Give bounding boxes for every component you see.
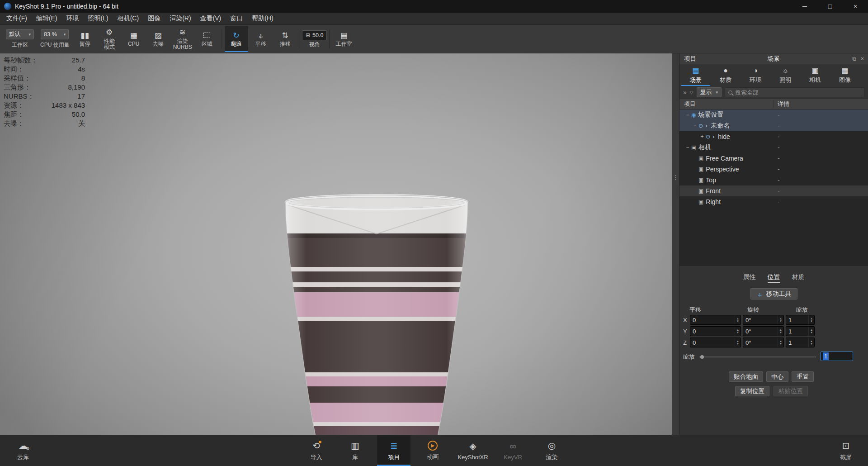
menu-item[interactable]: 渲染(R) — [165, 13, 195, 24]
tab-environment[interactable]: ◑环境 — [741, 64, 770, 86]
toolbar-region-button[interactable]: 区域 — [195, 26, 219, 52]
menu-item[interactable]: 环境 — [62, 13, 84, 24]
search-box[interactable] — [725, 87, 864, 97]
spinner-buttons[interactable]: ▴▾ — [778, 327, 783, 336]
transform-x-scale-input[interactable]: 1▴▾ — [786, 315, 815, 325]
toolbar-dolly-button[interactable]: ⇅推移 — [274, 26, 297, 52]
undock-panel-icon[interactable]: ⧉ — [852, 56, 856, 62]
transform-y-translate-input[interactable]: 0▴▾ — [690, 326, 741, 336]
tree-row[interactable]: ▣Front- — [679, 185, 868, 196]
tab-material[interactable]: ●材质 — [711, 64, 740, 86]
scale-slider-handle[interactable] — [700, 355, 704, 359]
spinner-buttons[interactable]: ▴▾ — [808, 338, 814, 347]
tree-row[interactable]: ▣Top- — [679, 175, 868, 185]
bottombar-project[interactable]: ≣项目 — [377, 435, 410, 466]
spinner-buttons[interactable]: ▴▾ — [735, 315, 741, 324]
spinner-down-icon[interactable]: ▾ — [780, 320, 782, 323]
tree-row[interactable]: −⊙◐未命名- — [679, 120, 868, 131]
scale-input[interactable]: 1 — [821, 352, 853, 361]
toolbar-render-nurbs-button[interactable]: ≋渲染 NURBS — [171, 26, 194, 52]
minimize-button[interactable]: ─ — [792, 0, 817, 13]
subtab-attributes[interactable]: 属性 — [743, 273, 756, 283]
spinner-buttons[interactable]: ▴▾ — [808, 327, 814, 336]
toolbar-performance-mode-button[interactable]: ⚙性能 模式 — [98, 26, 121, 52]
tab-image[interactable]: ▦图像 — [830, 64, 859, 86]
transform-y-rotate-input[interactable]: 0°▴▾ — [743, 326, 784, 336]
bottombar-import[interactable]: ⟲导入 — [299, 435, 333, 466]
toolbar-pan-button[interactable]: ↔↕平移 — [249, 26, 273, 52]
toolbar-fov-button[interactable]: ⊞50.0视角 — [303, 26, 326, 52]
menu-item[interactable]: 文件(F) — [2, 13, 32, 24]
bottombar-screenshot[interactable]: ⊡截屏 — [829, 435, 863, 466]
spinner-down-icon[interactable]: ▾ — [737, 320, 739, 323]
toolbar-pause-button[interactable]: ▮▮暂停 — [73, 26, 97, 52]
menu-item[interactable]: 帮助(H) — [247, 13, 278, 24]
expander-icon[interactable]: − — [684, 112, 691, 118]
toolbar-cpu-button[interactable]: ▦CPU — [122, 26, 146, 52]
maximize-button[interactable]: □ — [817, 0, 843, 13]
subtab-material[interactable]: 材质 — [792, 273, 805, 283]
reset-button[interactable]: 重置 — [792, 371, 814, 382]
expander-icon[interactable]: − — [684, 144, 691, 151]
cpu-usage-dropdown[interactable]: 83 % ▾ — [41, 29, 69, 39]
tab-lighting[interactable]: ☼照明 — [771, 64, 800, 86]
bottombar-keyshotxr[interactable]: ◈KeyShotXR — [455, 435, 491, 466]
expander-icon[interactable]: − — [691, 123, 698, 129]
close-panel-icon[interactable]: × — [861, 56, 864, 62]
toolbar-tumble-button[interactable]: ↻翻滚 — [225, 26, 248, 52]
spinner-buttons[interactable]: ▴▾ — [778, 338, 783, 347]
spinner-buttons[interactable]: ▴▾ — [735, 338, 741, 347]
tree-row[interactable]: −▣相机- — [679, 142, 868, 153]
move-tool-button[interactable]: ↔↕ 移动工具 — [750, 288, 797, 300]
workspace-dropdown[interactable]: 默认 ▾ — [6, 29, 34, 39]
tab-scene[interactable]: ▤场景 — [681, 64, 710, 86]
spinner-buttons[interactable]: ▴▾ — [808, 315, 814, 324]
transform-z-translate-input[interactable]: 0▴▾ — [690, 338, 741, 347]
scale-slider-track[interactable] — [699, 357, 816, 357]
spinner-down-icon[interactable]: ▾ — [811, 320, 812, 323]
tree-row[interactable]: −◉场景设置- — [679, 109, 868, 120]
tree-row[interactable]: ▣Perspective- — [679, 164, 868, 175]
collapse-all-icon[interactable]: » — [683, 89, 687, 96]
toolbar-studio-button[interactable]: ▤工作室 — [332, 26, 356, 52]
transform-x-translate-input[interactable]: 0▴▾ — [690, 315, 741, 325]
spinner-down-icon[interactable]: ▾ — [780, 331, 782, 334]
center-button[interactable]: 中心 — [766, 371, 788, 382]
menu-item[interactable]: 相机(C) — [113, 13, 143, 24]
bottombar-library[interactable]: ▥库 — [338, 435, 372, 466]
transform-z-scale-input[interactable]: 1▴▾ — [786, 338, 815, 347]
transform-x-rotate-input[interactable]: 0°▴▾ — [743, 315, 784, 325]
transform-y-scale-input[interactable]: 1▴▾ — [786, 326, 815, 336]
tree-row[interactable]: ▣Right- — [679, 196, 868, 207]
bottombar-animation[interactable]: ▶动画 — [416, 435, 449, 466]
spinner-down-icon[interactable]: ▾ — [811, 331, 812, 334]
tree-row[interactable]: +⊙◐hide- — [679, 131, 868, 142]
snap-to-ground-button[interactable]: 贴合地面 — [729, 371, 763, 382]
spinner-down-icon[interactable]: ▾ — [737, 331, 739, 334]
spinner-down-icon[interactable]: ▾ — [737, 342, 739, 345]
spinner-down-icon[interactable]: ▾ — [811, 342, 812, 345]
menu-item[interactable]: 查看(V) — [196, 13, 226, 24]
menu-item[interactable]: 图像 — [143, 13, 165, 24]
spinner-buttons[interactable]: ▴▾ — [778, 315, 783, 324]
toolbar-denoise-button[interactable]: ▨去噪 — [146, 26, 170, 52]
splitter-handle-icon[interactable]: ⋮ — [672, 174, 679, 181]
toolbar-fov-value[interactable]: ⊞50.0 — [302, 30, 327, 40]
tree-row[interactable]: ▣Free Camera- — [679, 153, 868, 164]
viewport-3d[interactable]: 每秒帧数：25.7时间：4s采样值：8三角形：8,190NURBS：17资源：1… — [0, 53, 672, 435]
menu-item[interactable]: 窗口 — [226, 13, 247, 24]
panel-splitter[interactable]: ⋮ — [672, 53, 679, 435]
menu-item[interactable]: 编辑(E) — [32, 13, 62, 24]
spinner-down-icon[interactable]: ▾ — [780, 342, 782, 345]
eye-icon[interactable]: ⊙ — [698, 123, 703, 129]
transform-z-rotate-input[interactable]: 0°▴▾ — [743, 338, 784, 347]
spinner-buttons[interactable]: ▴▾ — [735, 327, 741, 336]
eye-icon[interactable]: ⊙ — [706, 133, 710, 140]
search-input[interactable] — [735, 89, 861, 96]
bottombar-keyvr[interactable]: ∞KeyVR — [496, 435, 530, 466]
expander-icon[interactable]: + — [698, 133, 706, 140]
bottombar-render[interactable]: ◎渲染 — [535, 435, 569, 466]
display-dropdown[interactable]: 显示 ▾ — [697, 87, 722, 97]
tab-camera[interactable]: ▣相机 — [801, 64, 830, 86]
filter-icon[interactable]: ▽ — [690, 90, 693, 95]
